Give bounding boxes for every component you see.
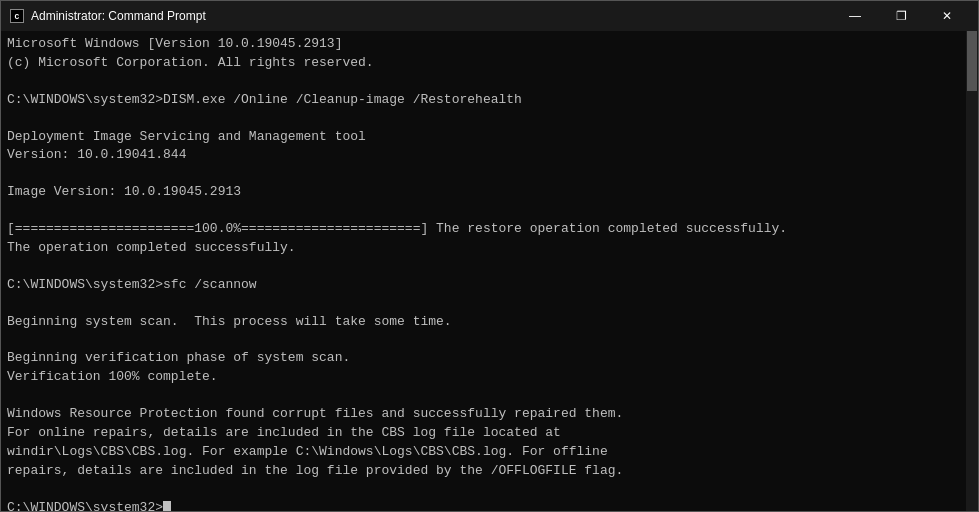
cmd-icon: C xyxy=(9,8,25,24)
console-line: Image Version: 10.0.19045.2913 xyxy=(7,183,960,202)
console-line xyxy=(7,110,960,128)
console-line: windir\Logs\CBS\CBS.log. For example C:\… xyxy=(7,443,960,462)
minimize-button[interactable]: — xyxy=(832,1,878,31)
console-line xyxy=(7,295,960,313)
title-bar: C Administrator: Command Prompt — ❐ ✕ xyxy=(1,1,978,31)
title-bar-left: C Administrator: Command Prompt xyxy=(9,8,832,24)
console-line: C:\WINDOWS\system32> xyxy=(7,499,960,512)
console-line: The operation completed successfully. xyxy=(7,239,960,258)
console-line xyxy=(7,73,960,91)
cursor xyxy=(163,501,171,512)
title-bar-controls: — ❐ ✕ xyxy=(832,1,970,31)
console-line: repairs, details are included in the log… xyxy=(7,462,960,481)
console-line: (c) Microsoft Corporation. All rights re… xyxy=(7,54,960,73)
console-line: Version: 10.0.19041.844 xyxy=(7,146,960,165)
console-line: C:\WINDOWS\system32>DISM.exe /Online /Cl… xyxy=(7,91,960,110)
console-line xyxy=(7,202,960,220)
console-line: Beginning verification phase of system s… xyxy=(7,349,960,368)
console-line xyxy=(7,331,960,349)
console-line xyxy=(7,165,960,183)
console-area[interactable]: Microsoft Windows [Version 10.0.19045.29… xyxy=(1,31,978,511)
scrollbar-thumb[interactable] xyxy=(967,31,977,91)
console-line xyxy=(7,258,960,276)
console-line: Deployment Image Servicing and Managemen… xyxy=(7,128,960,147)
console-line xyxy=(7,387,960,405)
console-line: C:\WINDOWS\system32>sfc /scannow xyxy=(7,276,960,295)
maximize-button[interactable]: ❐ xyxy=(878,1,924,31)
close-button[interactable]: ✕ xyxy=(924,1,970,31)
console-line xyxy=(7,481,960,499)
console-line: Beginning system scan. This process will… xyxy=(7,313,960,332)
window-title: Administrator: Command Prompt xyxy=(31,9,206,23)
scrollbar[interactable] xyxy=(966,31,978,511)
console-content: Microsoft Windows [Version 10.0.19045.29… xyxy=(1,31,966,511)
console-line: For online repairs, details are included… xyxy=(7,424,960,443)
cmd-window: C Administrator: Command Prompt — ❐ ✕ Mi… xyxy=(0,0,979,512)
console-line: Verification 100% complete. xyxy=(7,368,960,387)
console-line: [=======================100.0%==========… xyxy=(7,220,960,239)
console-line: Microsoft Windows [Version 10.0.19045.29… xyxy=(7,35,960,54)
console-line: Windows Resource Protection found corrup… xyxy=(7,405,960,424)
